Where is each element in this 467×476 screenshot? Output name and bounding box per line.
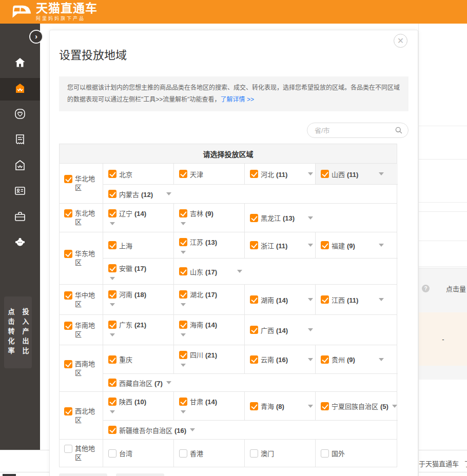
close-icon[interactable]: ✕ <box>394 34 407 48</box>
province-cell[interactable]: 浙江(11) <box>245 232 316 258</box>
province-checkbox[interactable] <box>179 290 187 299</box>
sidebar-item-account[interactable] <box>0 181 40 203</box>
province-cell[interactable]: 湖南(14) <box>245 285 316 314</box>
province-cell[interactable]: 广西(14) <box>245 315 398 345</box>
chevron-down-icon[interactable] <box>379 172 384 175</box>
province-checkbox[interactable] <box>179 449 187 458</box>
region-checkbox[interactable] <box>64 291 72 300</box>
region-checkbox[interactable] <box>64 209 72 217</box>
province-checkbox[interactable] <box>179 398 187 406</box>
province-checkbox[interactable] <box>250 355 258 364</box>
province-checkbox[interactable] <box>179 170 187 178</box>
chevron-down-icon[interactable] <box>308 172 313 175</box>
province-checkbox[interactable] <box>321 295 329 304</box>
chevron-down-icon[interactable] <box>190 428 195 431</box>
province-cell[interactable]: 宁夏回族自治区(5) <box>316 392 398 420</box>
province-checkbox[interactable] <box>250 295 258 304</box>
chevron-down-icon[interactable] <box>379 298 384 301</box>
province-checkbox[interactable] <box>108 449 116 458</box>
chevron-down-icon[interactable] <box>308 244 313 247</box>
province-checkbox[interactable] <box>321 170 329 178</box>
province-checkbox[interactable] <box>179 267 187 275</box>
region-checkbox[interactable] <box>64 407 72 415</box>
province-checkbox[interactable] <box>321 355 329 364</box>
province-cell[interactable]: 福建(9) <box>316 232 398 258</box>
region-cell[interactable]: 西北地区 <box>60 392 103 439</box>
sidebar-item-campaign[interactable] <box>0 78 40 101</box>
province-checkbox[interactable] <box>108 321 116 329</box>
province-checkbox[interactable] <box>321 449 329 458</box>
province-cell[interactable]: 贵州(9) <box>316 345 398 373</box>
sidebar-item-tools[interactable] <box>0 232 40 254</box>
province-checkbox[interactable] <box>250 326 258 334</box>
chevron-down-icon[interactable] <box>110 277 115 280</box>
province-cell[interactable]: 青海(8) <box>245 392 316 420</box>
province-cell[interactable]: 内蒙古(12) <box>103 185 398 203</box>
province-checkbox[interactable] <box>250 241 258 249</box>
province-cell[interactable]: 安徽(17) <box>103 259 174 284</box>
chevron-down-icon[interactable] <box>110 333 115 336</box>
province-cell[interactable]: 天津 <box>174 164 245 184</box>
chevron-down-icon[interactable] <box>379 358 384 361</box>
chevron-down-icon[interactable] <box>181 410 186 413</box>
province-search-box[interactable] <box>307 123 408 138</box>
province-checkbox[interactable] <box>108 190 116 198</box>
province-cell[interactable]: 北京 <box>103 164 174 184</box>
province-cell[interactable]: 陕西(10) <box>103 392 174 420</box>
region-cell[interactable]: 其他地区 <box>60 440 103 467</box>
chevron-down-icon[interactable] <box>166 381 171 384</box>
province-cell[interactable]: 云南(16) <box>245 345 316 373</box>
province-cell[interactable]: 河南(18) <box>103 285 174 314</box>
province-cell[interactable]: 河北(11) <box>245 164 316 184</box>
province-cell[interactable]: 山东(17) <box>174 259 398 284</box>
chevron-down-icon[interactable] <box>181 303 186 306</box>
province-checkbox[interactable] <box>108 426 116 434</box>
region-cell[interactable]: 西南地区 <box>60 345 103 391</box>
chevron-down-icon[interactable] <box>110 303 115 306</box>
province-checkbox[interactable] <box>108 241 116 249</box>
chevron-down-icon[interactable] <box>308 358 313 361</box>
province-checkbox[interactable] <box>250 214 258 222</box>
chevron-down-icon[interactable] <box>379 244 384 247</box>
chevron-down-icon[interactable] <box>181 333 186 336</box>
province-checkbox[interactable] <box>250 449 258 458</box>
learn-more-link[interactable]: 了解详情 >> <box>221 96 254 103</box>
province-cell[interactable]: 香港 <box>174 440 245 467</box>
province-cell[interactable]: 澳门 <box>245 440 316 467</box>
province-checkbox[interactable] <box>108 379 116 387</box>
chevron-down-icon[interactable] <box>308 298 313 301</box>
chevron-down-icon[interactable] <box>110 410 115 413</box>
sidebar-item-favorites[interactable] <box>0 104 40 126</box>
sidebar-expand-button[interactable]: › <box>29 30 43 44</box>
chevron-down-icon[interactable] <box>308 216 313 220</box>
province-checkbox[interactable] <box>321 241 329 249</box>
province-cell[interactable]: 重庆 <box>103 345 174 373</box>
province-cell[interactable]: 湖北(17) <box>174 285 245 314</box>
chevron-down-icon[interactable] <box>166 192 171 195</box>
province-checkbox[interactable] <box>108 209 116 217</box>
province-checkbox[interactable] <box>108 170 116 178</box>
province-cell[interactable]: 台湾 <box>103 440 174 467</box>
province-checkbox[interactable] <box>179 238 187 246</box>
chevron-down-icon[interactable] <box>181 364 186 367</box>
province-cell[interactable]: 山西(11) <box>316 164 398 184</box>
sidebar-item-business[interactable] <box>0 206 40 229</box>
province-checkbox[interactable] <box>179 351 187 359</box>
province-checkbox[interactable] <box>179 321 187 329</box>
region-checkbox[interactable] <box>64 175 72 183</box>
region-checkbox[interactable] <box>64 360 72 368</box>
province-search-input[interactable] <box>315 127 395 134</box>
region-cell[interactable]: 华中地区 <box>60 285 103 314</box>
province-cell[interactable]: 甘肃(14) <box>174 392 245 420</box>
province-checkbox[interactable] <box>321 402 329 410</box>
chevron-down-icon[interactable] <box>308 328 313 331</box>
province-checkbox[interactable] <box>108 290 116 299</box>
province-cell[interactable]: 新疆维吾尔自治区(16) <box>103 421 398 439</box>
province-cell[interactable]: 广东(21) <box>103 315 174 345</box>
chevron-down-icon[interactable] <box>392 405 397 408</box>
region-checkbox[interactable] <box>64 322 72 330</box>
province-checkbox[interactable] <box>250 170 258 178</box>
province-cell[interactable]: 四川(21) <box>174 345 245 373</box>
province-cell[interactable]: 吉林(9) <box>174 204 245 232</box>
region-checkbox[interactable] <box>64 250 72 258</box>
